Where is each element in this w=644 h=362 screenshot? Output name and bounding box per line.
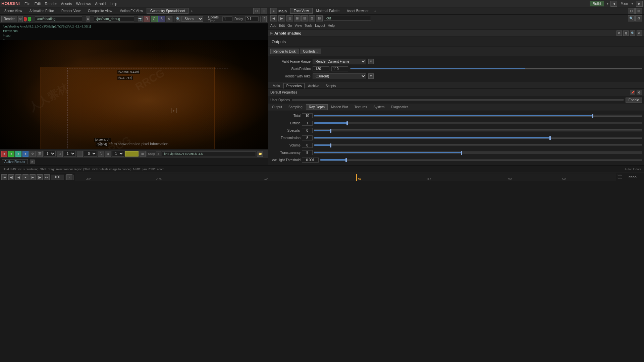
stop-btn2[interactable]: ■ bbox=[22, 174, 29, 180]
tab-material-palette[interactable]: Material Palette bbox=[313, 8, 343, 14]
samp-tab-ray-depth[interactable]: Ray Depth bbox=[306, 104, 328, 110]
play-back-btn[interactable]: ◀ bbox=[15, 174, 21, 180]
tab-tree-view[interactable]: Tree View bbox=[290, 8, 312, 14]
right-help-btn[interactable]: Help bbox=[328, 24, 335, 27]
transparency-slider[interactable] bbox=[314, 152, 642, 154]
right-add-btn[interactable]: Add bbox=[270, 24, 276, 27]
ipr-btn[interactable] bbox=[28, 17, 31, 21]
sub-tab-archive[interactable]: Archive bbox=[305, 83, 322, 88]
grid-icon[interactable]: ⊞ bbox=[140, 151, 146, 157]
end-val-input[interactable] bbox=[331, 66, 348, 71]
pin-icon[interactable]: 📌 bbox=[630, 90, 635, 95]
step-fwd-btn[interactable]: |▶ bbox=[37, 174, 43, 180]
workspace-build-btn[interactable]: Build bbox=[590, 1, 604, 6]
right-menu-icon[interactable]: ≡ bbox=[270, 8, 277, 14]
tab-scene-view[interactable]: Scene View bbox=[1, 8, 26, 14]
settings-icon[interactable]: ⚙ bbox=[86, 16, 91, 22]
output-icon[interactable]: ⤵ bbox=[98, 151, 104, 157]
samp-tab-diagnostics[interactable]: Diagnostics bbox=[388, 104, 412, 110]
color-swatch-green[interactable]: ■ bbox=[8, 151, 14, 157]
right-layout-btn[interactable]: Layout bbox=[315, 24, 325, 27]
render-btn[interactable]: Render bbox=[1, 16, 17, 22]
volume-slider[interactable] bbox=[314, 144, 642, 146]
filter-icon[interactable]: ⚙ bbox=[635, 15, 642, 21]
arnold-zoom-icon[interactable]: ⊕ bbox=[637, 31, 642, 36]
low-light-slider[interactable] bbox=[320, 159, 642, 161]
view-mode-icon[interactable]: ⊡ bbox=[316, 15, 323, 21]
enable-btn[interactable]: Enable bbox=[626, 98, 642, 103]
render-icon[interactable]: 🎬 bbox=[37, 151, 43, 157]
nav-back-icon[interactable]: ◀ bbox=[270, 15, 277, 21]
view-b[interactable]: B bbox=[158, 16, 165, 22]
audio-icon[interactable]: ♪ bbox=[66, 174, 72, 180]
extra-icon[interactable]: ◈ bbox=[105, 151, 111, 157]
menu-help[interactable]: Help bbox=[108, 0, 119, 7]
view-grid-icon[interactable]: ⊞ bbox=[294, 15, 301, 21]
props-settings-icon[interactable]: ⚙ bbox=[637, 90, 642, 95]
volume-handle[interactable] bbox=[330, 143, 331, 147]
current-frame-input[interactable] bbox=[51, 175, 64, 180]
format-icon[interactable]: □ bbox=[57, 151, 63, 157]
render-canvas[interactable]: (0.4758, 0.129) (913, 787) (0.2948, 0) (… bbox=[0, 40, 268, 149]
controls-btn[interactable]: Controls... bbox=[300, 49, 321, 54]
right-go-btn[interactable]: Go bbox=[287, 24, 292, 27]
playback-settings-icon[interactable]: ⚙ bbox=[30, 151, 36, 157]
panel-minimize-btn[interactable]: ⊡ bbox=[253, 8, 260, 14]
total-slider[interactable] bbox=[314, 115, 642, 117]
search-icon[interactable]: 🔍 bbox=[628, 15, 635, 21]
update-time-input[interactable] bbox=[222, 16, 232, 21]
low-light-handle[interactable] bbox=[345, 158, 347, 162]
sub-tab-properties[interactable]: Properties bbox=[283, 83, 305, 88]
stop-btn[interactable] bbox=[24, 17, 27, 21]
tab-asset-browser[interactable]: Asset Browser bbox=[343, 8, 372, 14]
minus-drop[interactable]: -0 bbox=[84, 151, 97, 157]
transparency-handle[interactable] bbox=[461, 151, 462, 155]
diffuse-slider[interactable] bbox=[314, 122, 642, 124]
menu-assets[interactable]: Assets bbox=[59, 0, 74, 7]
view-g[interactable]: G bbox=[151, 16, 158, 22]
snap-path-input[interactable] bbox=[162, 152, 256, 156]
diffuse-input[interactable] bbox=[302, 121, 313, 126]
rwt-expand-icon[interactable]: ▼ bbox=[368, 73, 374, 79]
go-start-btn[interactable]: ⏮ bbox=[1, 174, 7, 180]
transparency-input[interactable] bbox=[302, 150, 313, 155]
frame-range-slider[interactable] bbox=[350, 68, 642, 69]
specular-input[interactable] bbox=[302, 128, 313, 133]
channel-drop[interactable]: 1 bbox=[64, 151, 76, 157]
filter-drop[interactable]: Sharp Smooth bbox=[181, 16, 203, 22]
specular-handle[interactable] bbox=[330, 129, 331, 133]
sub-tab-main[interactable]: Main bbox=[270, 83, 283, 88]
refresh-icon[interactable]: ↺ bbox=[18, 16, 23, 22]
tab-add-btn[interactable]: + bbox=[189, 9, 195, 13]
transmission-slider[interactable] bbox=[314, 137, 642, 139]
take-drop[interactable]: 1 bbox=[44, 151, 56, 157]
render-path-input[interactable] bbox=[35, 16, 82, 21]
right-tools-btn[interactable]: Tools bbox=[305, 24, 312, 27]
samp-tab-output[interactable]: Output bbox=[269, 104, 285, 110]
total-handle[interactable] bbox=[592, 114, 593, 118]
samp-tab-system[interactable]: System bbox=[370, 104, 387, 110]
color-swatch-blue[interactable]: ■ bbox=[22, 151, 29, 157]
view-list-icon[interactable]: ☰ bbox=[286, 15, 293, 21]
vfr-expand-icon[interactable]: ▼ bbox=[368, 59, 374, 64]
tab-composite-view[interactable]: Composite View bbox=[84, 8, 116, 14]
right-tab-add-btn[interactable]: + bbox=[372, 9, 378, 13]
menu-windows[interactable]: Windows bbox=[74, 0, 93, 7]
start-val-input[interactable] bbox=[313, 66, 329, 71]
color-swatch-teal[interactable]: ■ bbox=[15, 151, 21, 157]
specular-slider[interactable] bbox=[314, 129, 642, 131]
delay-input[interactable] bbox=[245, 16, 259, 21]
minus-icon[interactable]: - bbox=[77, 151, 83, 157]
view-cols-icon[interactable]: ⊠ bbox=[309, 15, 315, 21]
total-input[interactable] bbox=[302, 113, 313, 118]
view-a[interactable]: A bbox=[166, 16, 172, 22]
file-icon[interactable]: 📁 bbox=[257, 151, 263, 157]
tab-render-view[interactable]: Render View bbox=[58, 8, 84, 14]
right-view-btn[interactable]: View bbox=[294, 24, 302, 27]
timeline-ruler[interactable]: -200 -120 -40 100 120 200 240 bbox=[75, 174, 616, 181]
samp-tab-motion-blur[interactable]: Motion Blur bbox=[328, 104, 351, 110]
samp-tab-textures[interactable]: Textures bbox=[352, 104, 370, 110]
low-light-input[interactable] bbox=[302, 158, 319, 163]
right-edit-btn[interactable]: Edit bbox=[279, 24, 285, 27]
volume-input[interactable] bbox=[302, 143, 313, 148]
